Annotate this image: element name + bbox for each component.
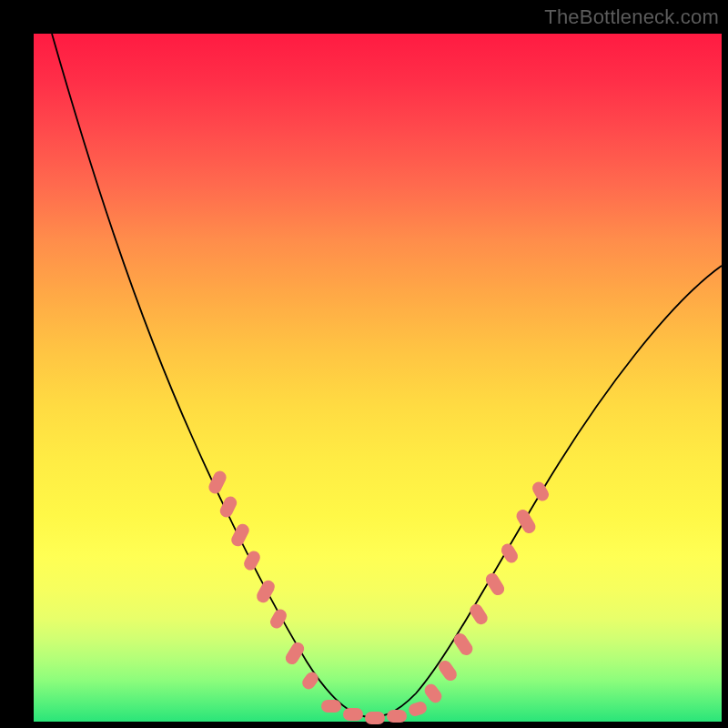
- chart-overlay: [34, 34, 722, 722]
- curve-marker: [365, 712, 385, 724]
- curve-marker: [387, 710, 407, 723]
- curve-marker: [283, 640, 307, 666]
- curve-marker: [343, 708, 363, 721]
- curve-marker: [321, 700, 341, 713]
- curve-marker: [499, 541, 520, 565]
- curve-marker: [422, 682, 444, 705]
- bottleneck-curve: [52, 34, 722, 717]
- curve-marker: [468, 602, 490, 627]
- curve-marker: [299, 670, 320, 692]
- curve-marker: [451, 631, 475, 657]
- chart-frame: TheBottleneck.com: [0, 0, 728, 728]
- curve-marker: [255, 578, 278, 605]
- curve-marker: [407, 700, 428, 717]
- curve-marker: [242, 549, 263, 572]
- curve-marker: [229, 521, 251, 549]
- curve-marker: [530, 480, 551, 503]
- curve-marker: [207, 469, 228, 496]
- watermark-text: TheBottleneck.com: [544, 5, 719, 29]
